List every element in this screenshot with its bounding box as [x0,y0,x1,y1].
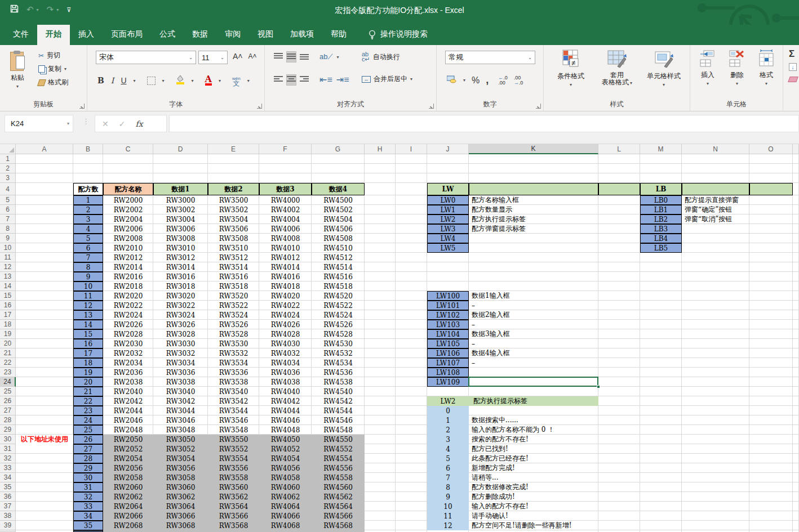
cell-E34[interactable]: RW3558 [208,473,259,482]
cell-D24[interactable]: RW3038 [153,377,208,387]
tab-page-layout[interactable]: 页面布局 [103,25,151,45]
cell-C28[interactable]: RW2046 [103,415,153,425]
cell-B38[interactable]: 34 [73,511,103,521]
cell-F32[interactable]: RW4054 [259,454,312,463]
cell-F18[interactable]: RW4026 [259,320,312,329]
cell-C32[interactable]: RW2054 [103,454,153,463]
main-table-header-C4[interactable]: 配方名称 [103,183,153,195]
cell-J26[interactable]: LW2 [427,396,469,406]
main-table-header-D4[interactable]: 数据1 [153,183,208,195]
italic-button[interactable]: I [111,76,114,85]
cell-G15[interactable]: RW4520 [312,291,365,301]
cell-K19[interactable]: 数据3输入框 [469,329,598,339]
column-header-K[interactable]: K [469,144,598,154]
cell-B7[interactable]: 3 [73,214,103,224]
cell-F14[interactable]: RW4018 [259,281,312,291]
cell-E18[interactable]: RW3526 [208,320,259,329]
row-header-29[interactable]: 29 [0,425,16,435]
cell-G24[interactable]: RW4538 [312,377,365,387]
cell-D29[interactable]: RW3048 [153,425,208,435]
cell-D8[interactable]: RW3006 [153,224,208,234]
paste-button[interactable]: 粘贴 ▾ [9,51,26,89]
cell-C37[interactable]: RW2064 [103,502,153,511]
cell-B24[interactable]: 20 [73,377,103,387]
cell-J6[interactable]: LW1 [427,205,469,214]
cell-C33[interactable]: RW2056 [103,463,153,473]
cell-D28[interactable]: RW3046 [153,415,208,425]
cell-J33[interactable]: 6 [427,463,469,473]
cell-D5[interactable]: RW3000 [153,195,208,205]
cell-F33[interactable]: RW4056 [259,463,312,473]
cell-D34[interactable]: RW3058 [153,473,208,482]
cell-B6[interactable]: 2 [73,205,103,214]
cell-B35[interactable]: 31 [73,482,103,492]
redo-caret-icon[interactable]: ▾ [56,7,59,12]
column-header-J[interactable]: J [427,144,469,154]
cell-G39[interactable]: RW4568 [312,521,365,530]
row-header-15[interactable]: 15 [0,291,16,301]
cell-K38[interactable]: 请手动确认! [469,511,598,521]
cell-E27[interactable]: RW3544 [208,406,259,415]
cell-C38[interactable]: RW2066 [103,511,153,521]
align-middle-icon[interactable] [287,52,296,62]
cell-K21[interactable]: 数据4输入框 [469,348,598,358]
undo-caret-icon[interactable]: ▾ [37,7,39,12]
cell-K18[interactable]: – [469,320,598,329]
cell-F26[interactable]: RW4042 [259,396,312,406]
cell-F12[interactable]: RW4014 [259,262,312,272]
row-header-1[interactable]: 1 [0,154,16,164]
insert-cells-button[interactable]: 插入 ▾ [695,50,721,86]
redo-icon[interactable]: ↷ [47,5,54,15]
cell-F27[interactable]: RW4044 [259,406,312,415]
cell-B5[interactable]: 1 [73,195,103,205]
cell-J37[interactable]: 10 [427,502,469,511]
cell-M9[interactable]: LB4 [640,234,682,243]
cell-G14[interactable]: RW4518 [312,281,365,291]
cell-styles-button[interactable]: 单元格样式 ▾ [640,50,688,87]
cell-D11[interactable]: RW3012 [153,253,208,262]
cell-B36[interactable]: 32 [73,492,103,502]
enter-icon[interactable]: ✓ [119,119,126,128]
cell-K26[interactable]: 配方执行提示标签 [469,396,598,406]
cell-J24[interactable]: LW109 [427,377,469,387]
cell-C36[interactable]: RW2062 [103,492,153,502]
main-table-header-G4[interactable]: 数据4 [312,183,365,195]
cell-E12[interactable]: RW3514 [208,262,259,272]
cell-C27[interactable]: RW2044 [103,406,153,415]
cell-F5[interactable]: RW4000 [259,195,312,205]
row-header-22[interactable]: 22 [0,358,16,368]
cell-D20[interactable]: RW3030 [153,339,208,348]
cell-B14[interactable]: 10 [73,281,103,291]
clipboard-dialog-launcher-icon[interactable] [79,104,85,109]
cell-M10[interactable]: LB5 [640,243,682,253]
row-header-3[interactable]: 3 [0,173,16,183]
cell-D27[interactable]: RW3044 [153,406,208,415]
cell-D9[interactable]: RW3008 [153,234,208,243]
cell-K20[interactable]: – [469,339,598,348]
cell-J23[interactable]: LW108 [427,368,469,377]
row-header-9[interactable]: 9 [0,234,16,243]
row-header-19[interactable]: 19 [0,329,16,339]
cell-B28[interactable]: 24 [73,415,103,425]
cell-D15[interactable]: RW3020 [153,291,208,301]
tab-addins[interactable]: 加载项 [282,25,322,45]
tab-file[interactable]: 文件 [5,25,37,45]
tab-formulas[interactable]: 公式 [151,25,184,45]
cell-E15[interactable]: RW3520 [208,291,259,301]
row-header-30[interactable]: 30 [0,435,16,444]
cell-B18[interactable]: 14 [73,320,103,329]
cell-D22[interactable]: RW3034 [153,358,208,368]
cell-D33[interactable]: RW3056 [153,463,208,473]
cell-C17[interactable]: RW2024 [103,310,153,320]
cell-E14[interactable]: RW3518 [208,281,259,291]
cell-J21[interactable]: LW106 [427,348,469,358]
cell-C25[interactable]: RW2040 [103,387,153,396]
cell-D17[interactable]: RW3024 [153,310,208,320]
formula-input[interactable] [169,115,799,132]
cell-K4[interactable] [469,183,598,195]
cell-D14[interactable]: RW3018 [153,281,208,291]
cell-G19[interactable]: RW4528 [312,329,365,339]
format-cells-button[interactable]: 格式 ▾ [753,50,779,86]
cell-E32[interactable]: RW3554 [208,454,259,463]
cell-J34[interactable]: 7 [427,473,469,482]
